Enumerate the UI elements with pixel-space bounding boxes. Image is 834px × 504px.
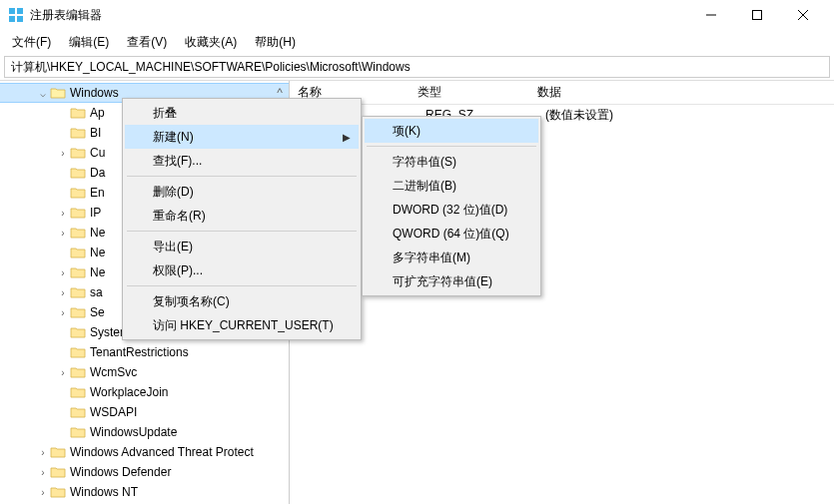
folder-icon — [50, 485, 66, 499]
folder-icon — [70, 265, 86, 279]
menu-item-label: 折叠 — [153, 105, 177, 122]
menu-view[interactable]: 查看(V) — [121, 32, 173, 53]
folder-open-icon — [50, 86, 66, 100]
folder-icon — [70, 126, 86, 140]
tree-label: WindowsUpdate — [90, 425, 177, 439]
menu-item[interactable]: 删除(D) — [125, 180, 359, 204]
menu-item-label: 删除(D) — [153, 184, 194, 201]
menu-item[interactable]: 权限(P)... — [125, 258, 359, 282]
menu-edit[interactable]: 编辑(E) — [63, 32, 115, 53]
menu-bar: 文件(F) 编辑(E) 查看(V) 收藏夹(A) 帮助(H) — [0, 30, 834, 54]
col-type[interactable]: 类型 — [410, 81, 529, 105]
tree-label: WcmSvc — [90, 365, 137, 379]
menu-item-label: 复制项名称(C) — [153, 293, 230, 310]
folder-icon — [70, 325, 86, 339]
close-button[interactable] — [780, 0, 826, 30]
menu-item[interactable]: 可扩充字符串值(E) — [365, 269, 538, 293]
menu-item-label: 可扩充字符串值(E) — [393, 273, 492, 290]
menu-item[interactable]: DWORD (32 位)值(D) — [365, 198, 538, 222]
tree-label: sa — [90, 285, 103, 299]
minimize-button[interactable] — [688, 0, 734, 30]
tree-node[interactable]: ›Windows Defender — [0, 462, 289, 482]
tree-label: WorkplaceJoin — [90, 385, 168, 399]
menu-favorites[interactable]: 收藏夹(A) — [179, 32, 243, 53]
folder-icon — [50, 465, 66, 479]
tree-label: Ne — [90, 265, 105, 279]
menu-item[interactable]: 新建(N)▶ — [125, 125, 359, 149]
value-data: (数值未设置) — [537, 105, 834, 126]
tree-node[interactable]: WorkplaceJoin — [0, 382, 289, 402]
context-menu[interactable]: 折叠新建(N)▶查找(F)...删除(D)重命名(R)导出(E)权限(P)...… — [122, 98, 362, 340]
menu-help[interactable]: 帮助(H) — [249, 32, 302, 53]
tree-label: Cu — [90, 146, 105, 160]
address-bar[interactable]: 计算机\HKEY_LOCAL_MACHINE\SOFTWARE\Policies… — [4, 56, 830, 78]
values-header: 名称 类型 数据 — [290, 81, 834, 105]
tree-label: Windows Advanced Threat Protect — [70, 445, 254, 459]
menu-item-label: 二进制值(B) — [393, 178, 456, 195]
menu-file[interactable]: 文件(F) — [6, 32, 57, 53]
folder-icon — [70, 405, 86, 419]
menu-item-label: 项(K) — [393, 123, 420, 140]
menu-item[interactable]: 访问 HKEY_CURRENT_USER(T) — [125, 313, 359, 337]
menu-item-label: 权限(P)... — [153, 262, 203, 279]
tree-node[interactable]: ›Windows Advanced Threat Protect — [0, 442, 289, 462]
svg-rect-1 — [17, 8, 23, 14]
menu-item[interactable]: 导出(E) — [125, 235, 359, 258]
folder-icon — [70, 345, 86, 359]
tree-node[interactable]: ›Windows NT — [0, 482, 289, 502]
tree-node[interactable]: ›WcmSvc — [0, 362, 289, 382]
folder-icon — [70, 186, 86, 200]
tree-label: Windows — [70, 86, 119, 100]
tree-node[interactable]: WindowsUpdate — [0, 422, 289, 442]
menu-separator — [367, 146, 536, 147]
menu-item[interactable]: 重命名(R) — [125, 204, 359, 228]
tree-label: TenantRestrictions — [90, 345, 189, 359]
svg-rect-3 — [17, 16, 23, 22]
tree-label: Ne — [90, 246, 105, 259]
menu-item[interactable]: 复制项名称(C) — [125, 289, 359, 313]
tree-label: BI — [90, 126, 101, 140]
menu-item-label: 查找(F)... — [153, 153, 202, 170]
menu-separator — [127, 285, 357, 286]
menu-item[interactable]: 二进制值(B) — [365, 174, 538, 198]
folder-icon — [70, 146, 86, 160]
submenu-indicator-icon: ▶ — [343, 132, 351, 143]
window-title: 注册表编辑器 — [30, 7, 688, 24]
regedit-icon — [8, 7, 24, 23]
menu-item[interactable]: 字符串值(S) — [365, 150, 538, 174]
context-submenu-new[interactable]: 项(K)字符串值(S)二进制值(B)DWORD (32 位)值(D)QWORD … — [362, 116, 541, 296]
tree-label: Windows Defender — [70, 465, 171, 479]
tree-label: Windows NT — [70, 485, 138, 499]
menu-separator — [127, 231, 357, 232]
svg-rect-0 — [9, 8, 15, 14]
menu-item-label: 导出(E) — [153, 239, 193, 255]
folder-icon — [70, 226, 86, 240]
folder-icon — [70, 246, 86, 259]
tree-node[interactable]: WSDAPI — [0, 402, 289, 422]
menu-item[interactable]: 项(K) — [365, 119, 538, 143]
menu-item[interactable]: 多字符串值(M) — [365, 246, 538, 269]
folder-icon — [70, 425, 86, 439]
folder-icon — [70, 166, 86, 180]
maximize-button[interactable] — [734, 0, 780, 30]
tree-label: IP — [90, 206, 101, 220]
svg-rect-2 — [9, 16, 15, 22]
folder-icon — [70, 305, 86, 319]
tree-label: Ap — [90, 106, 105, 120]
tree-label: Ne — [90, 226, 105, 240]
menu-item-label: DWORD (32 位)值(D) — [393, 202, 507, 219]
menu-item-label: 多字符串值(M) — [393, 250, 470, 266]
title-bar: 注册表编辑器 — [0, 0, 834, 30]
menu-item[interactable]: QWORD (64 位)值(Q) — [365, 222, 538, 246]
folder-icon — [70, 365, 86, 379]
folder-icon — [70, 106, 86, 120]
menu-item-label: 重命名(R) — [153, 208, 206, 225]
menu-item[interactable]: 折叠 — [125, 101, 359, 125]
col-data[interactable]: 数据 — [529, 81, 834, 105]
menu-item-label: 字符串值(S) — [393, 154, 456, 171]
menu-item[interactable]: 查找(F)... — [125, 149, 359, 173]
tree-label: Da — [90, 166, 105, 180]
folder-icon — [70, 285, 86, 299]
folder-icon — [50, 445, 66, 459]
tree-node[interactable]: TenantRestrictions — [0, 342, 289, 362]
